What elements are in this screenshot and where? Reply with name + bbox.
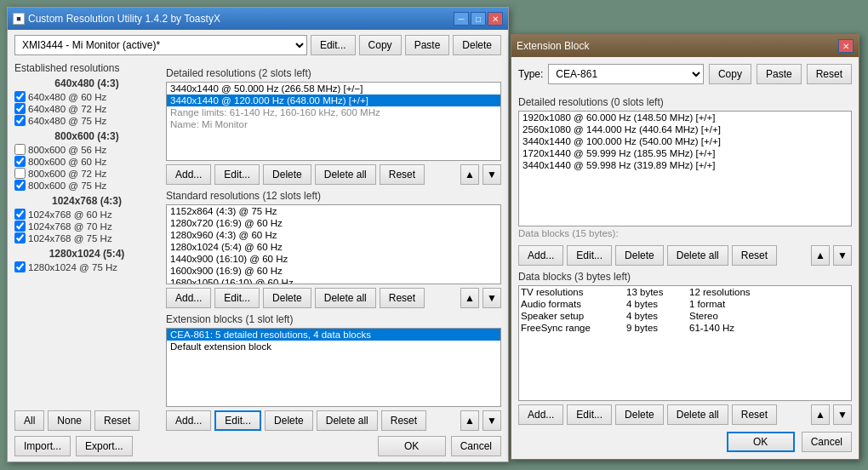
detailed-resolutions-list[interactable]: 3440x1440 @ 50.000 Hz (266.58 MHz) [+/−]…: [166, 82, 501, 161]
ext-db-reset-button[interactable]: Reset: [732, 404, 777, 425]
list-item[interactable]: 1920x1080 @ 60.000 Hz (148.50 MHz) [+/+]: [519, 112, 851, 123]
ext-detailed-delete-all-button[interactable]: Delete all: [667, 245, 728, 266]
ext-detailed-up-arrow[interactable]: ▲: [811, 245, 830, 266]
ok-button[interactable]: OK: [378, 436, 446, 456]
standard-resolutions-list[interactable]: 1152x864 (4:3) @ 75 Hz 1280x720 (16:9) @…: [166, 204, 501, 284]
extension-up-arrow[interactable]: ▲: [460, 410, 479, 431]
extension-reset-button[interactable]: Reset: [381, 410, 426, 431]
list-item[interactable]: 3440x1440 @ 120.000 Hz (648.00 MHz) [+/+…: [167, 95, 500, 106]
ext-detailed-add-button[interactable]: Add...: [518, 245, 563, 266]
ext-paste-button[interactable]: Paste: [757, 64, 802, 84]
delete-monitor-button[interactable]: Delete: [453, 35, 501, 55]
extension-add-button[interactable]: Add...: [166, 410, 211, 431]
list-item[interactable]: Default extension block: [167, 341, 500, 352]
list-item[interactable]: 1280x1024 (5:4) @ 60 Hz: [167, 241, 500, 253]
detailed-edit-button[interactable]: Edit...: [214, 164, 260, 185]
checkbox-800x600-60-label: 800x600 @ 60 Hz: [28, 157, 106, 167]
ext-data-blocks-list[interactable]: TV resolutions 13 bytes 12 resolutions A…: [518, 285, 852, 401]
checkbox-1024x768-70-input[interactable]: [14, 221, 26, 232]
none-button[interactable]: None: [48, 410, 91, 431]
copy-monitor-button[interactable]: Copy: [359, 35, 402, 55]
checkbox-1024x768-60-input[interactable]: [14, 209, 26, 220]
list-item[interactable]: 1152x864 (4:3) @ 75 Hz: [167, 205, 500, 217]
data-block-name: FreeSync range: [521, 323, 623, 333]
minimize-button[interactable]: ─: [454, 12, 469, 26]
monitor-dropdown[interactable]: XMI3444 - Mi Monitor (active)*: [14, 35, 307, 55]
detailed-down-arrow[interactable]: ▼: [483, 164, 501, 185]
ext-detailed-header: Detailed resolutions (0 slots left): [518, 96, 852, 108]
checkbox-640x480-72-input[interactable]: [14, 103, 26, 114]
detailed-delete-all-button[interactable]: Delete all: [315, 164, 376, 185]
extension-delete-all-button[interactable]: Delete all: [317, 410, 378, 431]
ext-copy-button[interactable]: Copy: [709, 64, 751, 84]
list-item[interactable]: 1440x900 (16:10) @ 60 Hz: [167, 253, 500, 265]
checkbox-1024x768-75-input[interactable]: [14, 232, 26, 244]
ext-db-add-button[interactable]: Add...: [518, 404, 563, 425]
list-item[interactable]: 2560x1080 @ 144.000 Hz (440.64 MHz) [+/+…: [519, 123, 851, 135]
data-block-size: 4 bytes: [626, 311, 686, 321]
checkbox-640x480-60-input[interactable]: [14, 91, 26, 102]
ext-cancel-button[interactable]: Cancel: [802, 432, 852, 452]
ext-detailed-reset-button[interactable]: Reset: [732, 245, 777, 266]
detailed-up-arrow[interactable]: ▲: [460, 164, 479, 185]
list-item[interactable]: 1280x960 (4:3) @ 60 Hz: [167, 229, 500, 241]
extension-down-arrow[interactable]: ▼: [483, 410, 501, 431]
ext-detailed-delete-button[interactable]: Delete: [615, 245, 664, 266]
checkbox-800x600-75-input[interactable]: [14, 180, 26, 191]
standard-delete-all-button[interactable]: Delete all: [315, 288, 376, 308]
checkbox-1280x1024-75: 1280x1024 @ 75 Hz: [14, 261, 159, 272]
ext-db-up-arrow[interactable]: ▲: [811, 404, 830, 425]
list-item[interactable]: 1680x1050 (16:10) @ 60 Hz: [167, 277, 500, 284]
reset-established-button[interactable]: Reset: [94, 410, 140, 431]
standard-down-arrow[interactable]: ▼: [483, 288, 501, 308]
group-1280x1024: 1280x1024 (5:4) 1280x1024 @ 75 Hz: [14, 248, 159, 273]
list-item[interactable]: 1280x720 (16:9) @ 60 Hz: [167, 217, 500, 229]
extension-delete-button[interactable]: Delete: [265, 410, 313, 431]
checkbox-1280x1024-75-label: 1280x1024 @ 75 Hz: [28, 262, 117, 272]
export-button[interactable]: Export...: [76, 436, 133, 456]
ext-reset-button[interactable]: Reset: [807, 64, 852, 84]
list-item[interactable]: 1720x1440 @ 59.999 Hz (185.95 MHz) [+/+]: [519, 147, 851, 159]
ext-db-delete-button[interactable]: Delete: [615, 404, 664, 425]
all-button[interactable]: All: [14, 410, 44, 431]
detailed-delete-button[interactable]: Delete: [263, 164, 311, 185]
data-block-detail: 12 resolutions: [689, 287, 849, 297]
checkbox-800x600-60-input[interactable]: [14, 156, 26, 167]
list-item[interactable]: 3440x1440 @ 59.998 Hz (319.89 MHz) [+/+]: [519, 159, 851, 171]
ext-db-delete-all-button[interactable]: Delete all: [667, 404, 728, 425]
standard-edit-button[interactable]: Edit...: [214, 288, 260, 308]
list-item[interactable]: 3440x1440 @ 100.000 Hz (540.00 MHz) [+/+…: [519, 135, 851, 147]
type-dropdown[interactable]: CEA-861: [548, 64, 704, 84]
ext-detailed-down-arrow[interactable]: ▼: [833, 245, 852, 266]
ext-ok-button[interactable]: OK: [727, 432, 795, 452]
edit-monitor-button[interactable]: Edit...: [311, 35, 356, 55]
checkbox-640x480-75-input[interactable]: [14, 115, 26, 126]
group-800x600-title: 800x600 (4:3): [14, 130, 159, 142]
paste-monitor-button[interactable]: Paste: [405, 35, 450, 55]
checkbox-800x600-72-input[interactable]: [14, 168, 26, 179]
extension-blocks-list[interactable]: CEA-861: 5 detailed resolutions, 4 data …: [166, 328, 501, 407]
standard-reset-button[interactable]: Reset: [380, 288, 425, 308]
standard-delete-button[interactable]: Delete: [263, 288, 311, 308]
standard-add-button[interactable]: Add...: [166, 288, 211, 308]
standard-up-arrow[interactable]: ▲: [460, 288, 479, 308]
list-item[interactable]: 3440x1440 @ 50.000 Hz (266.58 MHz) [+/−]: [167, 83, 500, 95]
checkbox-800x600-56-label: 800x600 @ 56 Hz: [28, 145, 106, 155]
cancel-button[interactable]: Cancel: [451, 436, 501, 456]
import-button[interactable]: Import...: [14, 436, 71, 456]
detailed-btn-row: Add... Edit... Delete Delete all Reset ▲…: [166, 164, 501, 185]
ext-detailed-edit-button[interactable]: Edit...: [567, 245, 612, 266]
detailed-reset-button[interactable]: Reset: [380, 164, 425, 185]
ext-db-down-arrow[interactable]: ▼: [833, 404, 852, 425]
list-item[interactable]: 1600x900 (16:9) @ 60 Hz: [167, 265, 500, 277]
extension-edit-button[interactable]: Edit...: [214, 410, 261, 431]
maximize-button[interactable]: □: [471, 12, 486, 26]
checkbox-800x600-56-input[interactable]: [14, 144, 26, 155]
ext-detailed-list[interactable]: 1920x1080 @ 60.000 Hz (148.50 MHz) [+/+]…: [518, 111, 852, 226]
ext-db-edit-button[interactable]: Edit...: [567, 404, 612, 425]
checkbox-1280x1024-75-input[interactable]: [14, 261, 26, 272]
detailed-add-button[interactable]: Add...: [166, 164, 211, 185]
ext-close-button[interactable]: ✕: [838, 39, 854, 53]
close-button[interactable]: ✕: [488, 12, 503, 26]
list-item[interactable]: CEA-861: 5 detailed resolutions, 4 data …: [167, 329, 500, 341]
